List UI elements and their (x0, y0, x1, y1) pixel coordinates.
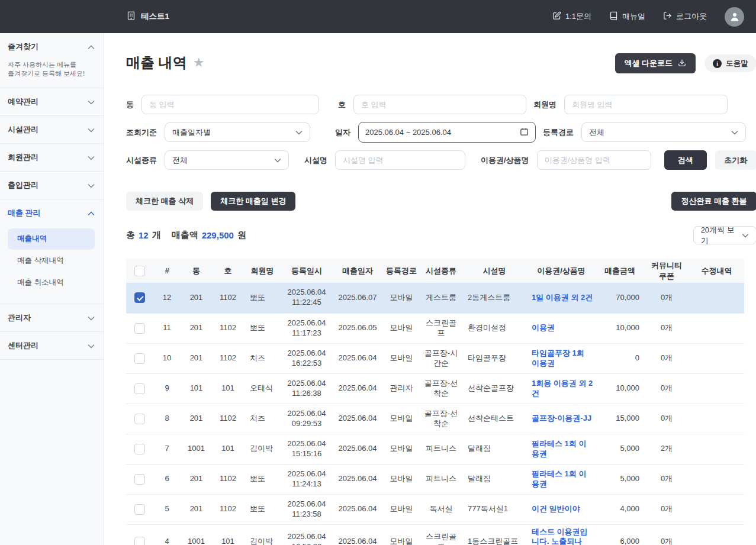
summary: 총 12 개 매출액 229,500 원 (126, 230, 246, 241)
sidebar-item-sales[interactable]: 매출 관리 (0, 199, 104, 227)
row-checkbox[interactable] (134, 504, 145, 515)
inquiry-label: 1:1문의 (565, 11, 591, 22)
excel-download-button[interactable]: 엑셀 다운로드 (615, 53, 696, 73)
cell-ho: 1102 (212, 283, 244, 313)
cell-product-link[interactable]: 이건 일반이야 (527, 494, 596, 524)
cell-product-link[interactable]: 타임골푸장 1회 이용권 (527, 343, 596, 373)
facility-type-select[interactable]: 전체 (165, 150, 289, 170)
ho-input[interactable] (353, 95, 526, 114)
date-range-input[interactable]: 2025.06.04 ~ 2025.06.04 (358, 122, 536, 143)
cell-channel: 모바일 (382, 494, 420, 524)
change-saledate-button[interactable]: 체크한 매출일 변경 (211, 192, 295, 211)
product-input[interactable] (537, 150, 651, 170)
avatar[interactable] (725, 7, 744, 27)
cell-amount: 15,000 (596, 404, 644, 434)
cell-product-link[interactable]: 1회용 이용권 외 2건 (527, 373, 596, 404)
chevron-down-icon (88, 340, 95, 351)
cell-product-link[interactable]: 필라테스 1회 이용권 (527, 464, 596, 494)
help-button[interactable]: i 도움말 (704, 54, 756, 72)
chevron-down-icon (295, 128, 303, 137)
cell-coupon: 0개 (644, 343, 689, 373)
product-label: 이용권/상품명 (481, 155, 529, 166)
cell-edit (689, 524, 744, 545)
cell-product-link[interactable]: 1일 이용권 외 2건 (527, 283, 596, 313)
cell-amount: 5,000 (596, 464, 644, 494)
cell-amount: 10,000 (596, 313, 644, 343)
chevron-down-icon (742, 231, 749, 240)
facility-name-input[interactable] (335, 150, 465, 170)
criteria-select[interactable]: 매출일자별 (165, 122, 310, 142)
sidebar-item-member[interactable]: 회원관리 (0, 144, 104, 172)
cell-facility-type: 스크린골프 (420, 313, 462, 343)
total-count: 12 (139, 230, 149, 240)
cell-facility-type: 스크린골프 (420, 524, 462, 545)
sidebar-item-sales-deleted[interactable]: 매출 삭제내역 (8, 250, 95, 272)
favorite-star-icon[interactable]: ★ (193, 56, 205, 69)
total-amount: 229,500 (202, 230, 234, 240)
sidebar-item-sales-canceled[interactable]: 매출 취소내역 (8, 272, 95, 294)
inquiry-link[interactable]: 1:1문의 (552, 11, 591, 22)
cell-product-link[interactable]: 이용권 (527, 313, 596, 343)
chevron-down-icon (274, 156, 281, 165)
row-checkbox[interactable] (134, 414, 145, 424)
page-size-select[interactable]: 20개씩 보기 (693, 226, 756, 244)
cell-edit (689, 313, 744, 343)
cell-dong: 1001 (181, 524, 212, 545)
cell-coupon: 0개 (644, 373, 689, 404)
cell-product-link[interactable]: 테스트 이용권입니다. 노출되나요? ... (527, 524, 596, 545)
cell-dong: 1001 (181, 434, 212, 464)
sidebar-item-center[interactable]: 센터관리 (0, 332, 104, 360)
cell-sale-date: 2025.06.04 (333, 464, 382, 494)
cell-facility-type: 독서실 (420, 494, 462, 524)
cell-facility-name: 선착순골프장 (462, 373, 527, 404)
favorites-section[interactable]: 즐겨찾기 (8, 41, 95, 52)
cell-channel: 모바일 (382, 283, 420, 313)
row-checkbox[interactable] (134, 383, 145, 394)
cell-num: 12 (153, 283, 181, 313)
sidebar-item-facility[interactable]: 시설관리 (0, 116, 104, 144)
row-checkbox[interactable] (134, 323, 145, 334)
cell-edit (689, 404, 744, 434)
channel-select[interactable]: 전체 (581, 122, 746, 142)
page-title: 매출 내역 (126, 53, 187, 72)
cell-dong: 201 (181, 404, 212, 434)
cell-reg-datetime: 2025.06.0411:17:23 (281, 313, 333, 343)
cell-ho: 1102 (212, 313, 244, 343)
delete-checked-button[interactable]: 체크한 매출 삭제 (126, 192, 203, 211)
cell-member: 뽀또 (244, 283, 281, 313)
cell-edit (689, 434, 744, 464)
row-checkbox[interactable] (134, 444, 145, 454)
cell-ho: 101 (212, 524, 244, 545)
table-row: 7 1001 101 김이박 2025.06.0415:15:16 2025.0… (126, 434, 744, 464)
cell-facility-name: 타임골푸장 (462, 343, 527, 373)
row-checkbox[interactable] (134, 292, 145, 303)
logout-link[interactable]: 로그아웃 (663, 11, 707, 22)
sidebar-item-admin[interactable]: 관리자 (0, 304, 104, 332)
cell-num: 7 (153, 434, 181, 464)
dong-input[interactable] (141, 95, 319, 114)
sidebar-item-sales-history[interactable]: 매출내역 (8, 228, 95, 250)
row-checkbox[interactable] (134, 537, 145, 545)
sidebar-item-reservation[interactable]: 예약관리 (0, 88, 104, 116)
cell-channel: 모바일 (382, 404, 420, 434)
reset-button[interactable]: 초기화 (715, 150, 756, 170)
cell-product-link[interactable]: 필라테스 1회 이용권 (527, 434, 596, 464)
cell-coupon: 0개 (644, 494, 689, 524)
cell-facility-type: 피트니스 (420, 464, 462, 494)
cell-facility-name: 환경미설정 (462, 313, 527, 343)
row-checkbox[interactable] (134, 474, 145, 485)
select-all-checkbox[interactable] (134, 266, 145, 276)
cell-reg-datetime: 2025.06.0411:24:13 (281, 464, 333, 494)
manual-link[interactable]: 매뉴얼 (609, 11, 645, 22)
table-body: 12 201 1102 뽀또 2025.06.0411:22:45 2025.0… (126, 283, 744, 545)
member-input[interactable] (564, 95, 728, 114)
table-row: 5 201 1102 뽀또 2025.06.0411:23:58 2025.06… (126, 494, 744, 524)
row-checkbox[interactable] (134, 353, 145, 364)
cell-product-link[interactable]: 골프장-이용권-JJ (527, 404, 596, 434)
cell-edit (689, 283, 744, 313)
refund-settled-button[interactable]: 정산완료 매출 환불 (671, 192, 756, 211)
search-button[interactable]: 검색 (664, 150, 707, 170)
favorites-title: 즐겨찾기 (8, 41, 38, 52)
chevron-down-icon (88, 312, 95, 323)
sidebar-item-access[interactable]: 출입관리 (0, 172, 104, 199)
